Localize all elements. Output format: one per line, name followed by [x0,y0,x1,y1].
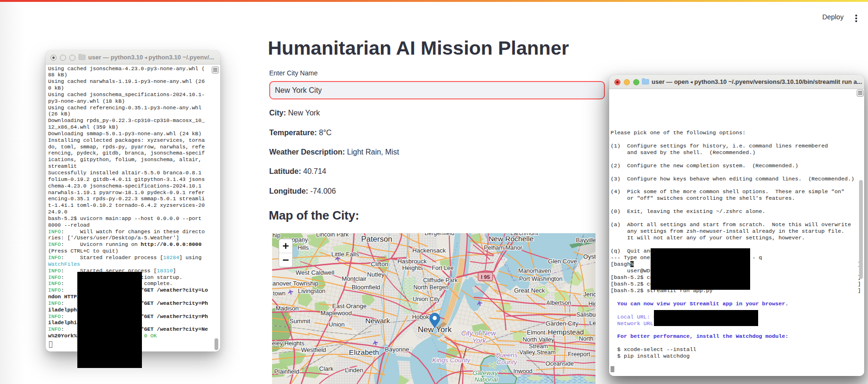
svg-text:Union: Union [329,321,345,328]
svg-text:Pelham Manor: Pelham Manor [484,245,522,251]
svg-text:East Orange: East Orange [332,302,367,310]
svg-text:hip: hip [273,233,281,239]
svg-text:Plainfield: Plainfield [274,368,299,375]
svg-text:Montclair: Montclair [342,275,367,282]
svg-text:Oyste: Oyste [583,253,595,260]
svg-text:Cliffside Park: Cliffside Park [423,277,458,284]
svg-text:Bayonne: Bayonne [385,346,409,353]
svg-text:Hic: Hic [588,301,595,307]
svg-text:National: National [474,376,498,383]
svg-text:Bayville: Bayville [576,237,595,244]
svg-text:Hempstead: Hempstead [548,328,584,336]
svg-text:Kings County: Kings County [432,357,471,364]
svg-text:ppany-: ppany- [292,237,310,243]
svg-text:town: town [273,290,285,297]
svg-text:North B: North B [579,335,595,342]
svg-text:Hanover Township: Hanover Township [272,280,318,287]
svg-text:West Caldwell: West Caldwell [296,269,334,276]
svg-text:Bloomfield: Bloomfield [352,284,380,291]
svg-text:Nutley: Nutley [367,271,385,278]
svg-text:Queens: Queens [495,351,518,359]
svg-text:Gateway: Gateway [472,369,498,376]
svg-text:Livingston: Livingston [298,287,326,294]
svg-text:Elmont: Elmont [527,329,546,336]
svg-text:York: York [472,337,486,344]
svg-text:Jericho: Jericho [583,291,595,298]
svg-text:Stream: Stream [529,343,548,350]
svg-text:County: County [497,359,518,366]
svg-text:Glen Cove: Glen Cove [548,258,577,265]
svg-text:North Bergen: North Bergen [413,284,448,291]
svg-text:Fort Lee: Fort Lee [432,265,454,271]
svg-text:Hasbrouck: Hasbrouck [397,258,427,265]
svg-text:Little Falls: Little Falls [331,251,359,258]
svg-text:Union City: Union City [413,296,440,302]
svg-text:keley Heights: keley Heights [272,340,305,347]
svg-text:New Rochelle: New Rochelle [488,235,534,243]
svg-text:Bergenfield: Bergenfield [424,233,454,237]
svg-text:Valley Stream: Valley Stream [520,349,556,356]
svg-text:Freeport: Freeport [568,351,590,358]
svg-text:Newark: Newark [365,317,390,325]
svg-text:Salisbur: Salisbur [576,311,595,318]
svg-text:Paterson: Paterson [361,235,392,243]
svg-text:Summit: Summit [289,318,310,325]
svg-text:Hills: Hills [298,245,309,251]
svg-text:Le: Le [589,319,595,327]
svg-text:Oceanside: Oceanside [546,360,574,367]
svg-text:Great Neck: Great Neck [514,287,545,294]
svg-text:Albertson: Albertson [546,300,571,306]
svg-text:Inwood: Inwood [513,368,532,375]
svg-text:Elizabeth: Elizabeth [349,348,379,356]
svg-text:Hackensack: Hackensack [413,247,446,254]
svg-text:Clifton: Clifton [371,261,389,268]
svg-text:Port Washington: Port Washington [519,276,562,282]
svg-text:Lincoln Park: Lincoln Park [316,233,349,238]
svg-text:I 95: I 95 [481,274,490,280]
svg-text:Heights: Heights [402,264,423,271]
svg-text:Garden City: Garden City [546,320,579,327]
svg-text:Madison: Madison [275,305,298,312]
svg-text:City of New: City of New [461,329,497,337]
svg-text:Clark: Clark [319,365,334,372]
svg-text:Westfield: Westfield [301,346,326,353]
svg-text:Manorhaven: Manorhaven [518,268,551,274]
svg-text:Linden: Linden [345,367,363,374]
svg-text:North Valley: North Valley [522,336,554,343]
svg-text:Hobok: Hobok [412,314,430,320]
svg-text:Maplewood: Maplewood [321,310,352,317]
